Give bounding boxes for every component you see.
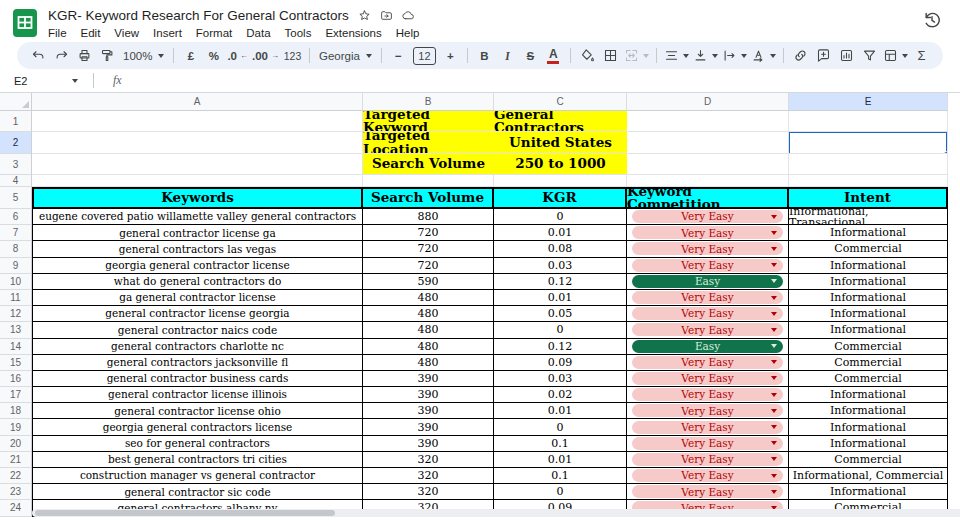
- cell-E11[interactable]: Informational: [789, 290, 948, 306]
- cell-E10[interactable]: Informational: [789, 274, 948, 290]
- row-header-15[interactable]: 15: [0, 355, 32, 371]
- cell-E17[interactable]: Informational: [789, 387, 948, 403]
- cell-A17[interactable]: general contractor license illinois: [32, 387, 363, 403]
- select-all-corner[interactable]: [0, 93, 32, 111]
- percent-format-button[interactable]: %: [202, 45, 225, 67]
- cell-E4[interactable]: [789, 175, 948, 187]
- row-header-1[interactable]: 1: [0, 111, 32, 132]
- row-header-7[interactable]: 7: [0, 225, 32, 241]
- cell-A13[interactable]: general contractor naics code: [32, 322, 363, 338]
- cell-A6[interactable]: eugene covered patio willamette valley g…: [32, 209, 363, 225]
- menu-insert[interactable]: Insert: [146, 26, 189, 40]
- competition-dropdown-chip[interactable]: Very Easy: [632, 242, 783, 255]
- cell-D23[interactable]: Very Easy: [627, 484, 789, 500]
- column-header-A[interactable]: A: [32, 93, 363, 111]
- cell-D18[interactable]: Very Easy: [627, 403, 789, 419]
- cell-B18[interactable]: 390: [363, 403, 494, 419]
- cell-B14[interactable]: 480: [363, 339, 494, 355]
- cell-D16[interactable]: Very Easy: [627, 371, 789, 387]
- competition-dropdown-chip[interactable]: Very Easy: [632, 259, 783, 272]
- paint-format-icon[interactable]: [96, 45, 119, 67]
- text-wrap-icon[interactable]: [720, 45, 749, 67]
- strikethrough-button[interactable]: S: [519, 45, 542, 67]
- insert-comment-icon[interactable]: [812, 45, 835, 67]
- cell-B13[interactable]: 480: [363, 322, 494, 338]
- cell-A2[interactable]: [32, 132, 363, 154]
- google-sheets-logo[interactable]: [12, 8, 38, 38]
- row-header-19[interactable]: 19: [0, 419, 32, 435]
- competition-dropdown-chip[interactable]: Very Easy: [632, 437, 783, 450]
- column-header-E[interactable]: E: [789, 93, 948, 111]
- cell-D20[interactable]: Very Easy: [627, 436, 789, 452]
- cell-A15[interactable]: general contractors jacksonville fl: [32, 355, 363, 371]
- font-family-control[interactable]: Georgia: [315, 45, 376, 67]
- document-title[interactable]: KGR- Keyword Research For General Contra…: [48, 8, 349, 23]
- cell-A18[interactable]: general contractor license ohio: [32, 403, 363, 419]
- cell-E15[interactable]: Commercial: [789, 355, 948, 371]
- cell-D6[interactable]: Very Easy: [627, 209, 789, 225]
- cell-C7[interactable]: 0.01: [494, 225, 627, 241]
- row-header-3[interactable]: 3: [0, 154, 32, 175]
- cell-B15[interactable]: 480: [363, 355, 494, 371]
- star-icon[interactable]: [358, 9, 371, 22]
- cell-D1[interactable]: [627, 111, 789, 132]
- cell-B22[interactable]: 320: [363, 468, 494, 484]
- competition-dropdown-chip[interactable]: Very Easy: [632, 388, 783, 401]
- competition-dropdown-chip[interactable]: Very Easy: [632, 307, 783, 320]
- cell-C22[interactable]: 0.1: [494, 468, 627, 484]
- cell-A16[interactable]: general contractor business cards: [32, 371, 363, 387]
- cell-A9[interactable]: georgia general contractor license: [32, 258, 363, 274]
- cell-A5[interactable]: Keywords: [32, 187, 363, 209]
- competition-dropdown-chip[interactable]: Very Easy: [632, 485, 783, 498]
- competition-dropdown-chip[interactable]: Easy: [632, 275, 783, 288]
- menu-help[interactable]: Help: [389, 26, 427, 40]
- cell-A20[interactable]: seo for general contractors: [32, 436, 363, 452]
- italic-button[interactable]: I: [496, 45, 519, 67]
- cell-C16[interactable]: 0.03: [494, 371, 627, 387]
- table-views-icon[interactable]: [881, 45, 910, 67]
- row-header-9[interactable]: 9: [0, 258, 32, 274]
- cell-B4[interactable]: [363, 175, 494, 187]
- cell-C6[interactable]: 0: [494, 209, 627, 225]
- row-header-16[interactable]: 16: [0, 371, 32, 387]
- cell-D7[interactable]: Very Easy: [627, 225, 789, 241]
- row-header-6[interactable]: 6: [0, 209, 32, 225]
- cell-C2[interactable]: United States: [494, 132, 627, 154]
- cell-A1[interactable]: [32, 111, 363, 132]
- cell-C18[interactable]: 0.01: [494, 403, 627, 419]
- cell-B3[interactable]: Search Volume: [363, 154, 494, 175]
- vertical-align-icon[interactable]: [691, 45, 720, 67]
- row-header-10[interactable]: 10: [0, 274, 32, 290]
- cell-E21[interactable]: Commercial: [789, 452, 948, 468]
- cell-E19[interactable]: Informational: [789, 419, 948, 435]
- filter-icon[interactable]: [858, 45, 881, 67]
- cell-B16[interactable]: 390: [363, 371, 494, 387]
- cell-E14[interactable]: Commercial: [789, 339, 948, 355]
- cell-E2[interactable]: [789, 132, 948, 154]
- print-icon[interactable]: [73, 45, 96, 67]
- row-header-24[interactable]: 24: [0, 500, 32, 516]
- cell-D17[interactable]: Very Easy: [627, 387, 789, 403]
- row-header-12[interactable]: 12: [0, 306, 32, 322]
- cell-E6[interactable]: Informational, Transactional: [789, 209, 948, 225]
- cell-D2[interactable]: [627, 132, 789, 154]
- competition-dropdown-chip[interactable]: Very Easy: [632, 226, 783, 239]
- cell-A11[interactable]: ga general contractor license: [32, 290, 363, 306]
- cell-D15[interactable]: Very Easy: [627, 355, 789, 371]
- row-header-5[interactable]: 5: [0, 187, 32, 209]
- cell-D14[interactable]: Easy: [627, 339, 789, 355]
- undo-icon[interactable]: [27, 45, 50, 67]
- insert-chart-icon[interactable]: [835, 45, 858, 67]
- horizontal-scrollbar[interactable]: [32, 509, 960, 517]
- cell-C3[interactable]: 250 to 1000: [494, 154, 627, 175]
- decrease-decimals-button[interactable]: .0←: [225, 45, 250, 67]
- cell-B1[interactable]: Targeted Keyword: [363, 111, 494, 132]
- cell-C10[interactable]: 0.12: [494, 274, 627, 290]
- cell-E3[interactable]: [789, 154, 948, 175]
- cell-D13[interactable]: Very Easy: [627, 322, 789, 338]
- row-header-2[interactable]: 2: [0, 132, 32, 154]
- menu-edit[interactable]: Edit: [74, 26, 108, 40]
- cell-C1[interactable]: General Contractors: [494, 111, 627, 132]
- cell-A22[interactable]: construction manager vs general contract…: [32, 468, 363, 484]
- menu-tools[interactable]: Tools: [278, 26, 319, 40]
